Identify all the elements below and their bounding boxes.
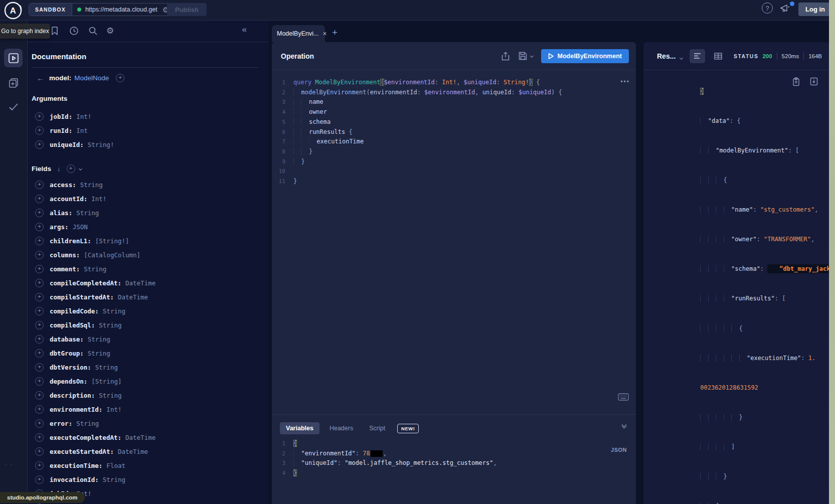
response-line[interactable]: "owner": "TRANSFORMER", <box>664 225 826 255</box>
field-type[interactable]: [String!] <box>95 237 129 245</box>
field-name[interactable]: error: <box>50 420 72 427</box>
add-field-icon[interactable]: + <box>35 461 44 470</box>
variables-editor-line[interactable]: 3 "uniqueId": "model.jaffle_shop_metrics… <box>272 458 636 468</box>
query-editor[interactable]: 1 query ModelByEnvironment($environmentI… <box>272 70 636 187</box>
publish-button[interactable]: Publish <box>167 3 207 16</box>
add-field-icon[interactable]: + <box>35 349 44 358</box>
field-name[interactable]: columns: <box>50 251 80 259</box>
help-icon[interactable]: ? <box>762 3 773 14</box>
response-line[interactable]: } <box>664 462 826 491</box>
field-type[interactable]: [String] <box>91 378 121 385</box>
field-type[interactable]: String <box>103 476 125 483</box>
response-line[interactable]: { <box>664 165 826 195</box>
add-all-fields-icon[interactable]: + <box>116 74 124 82</box>
field-type[interactable]: String <box>84 265 106 273</box>
editor-options-icon[interactable]: ••• <box>620 78 630 85</box>
download-response-icon[interactable] <box>810 77 818 86</box>
code-line[interactable]: { <box>290 439 297 449</box>
query-editor-line[interactable]: 11 } <box>272 177 636 187</box>
add-argument-icon[interactable]: + <box>35 112 44 121</box>
response-line[interactable]: "modelByEnvironment": [ <box>664 136 826 165</box>
field-type[interactable]: Int! <box>91 195 106 203</box>
response-view-raw-icon[interactable] <box>690 49 705 63</box>
code-line[interactable]: runResults { <box>290 127 353 137</box>
field-type[interactable]: String <box>103 307 125 315</box>
argument-name[interactable]: runId: <box>50 127 72 134</box>
field-type[interactable]: String <box>88 335 110 343</box>
field-name[interactable]: executeCompletedAt: <box>50 434 121 441</box>
fields-menu-chevron-icon[interactable] <box>78 167 82 171</box>
collections-nav-icon[interactable] <box>4 73 23 92</box>
add-field-icon[interactable]: + <box>35 251 44 259</box>
explorer-nav-icon[interactable] <box>4 49 23 67</box>
add-argument-icon[interactable]: + <box>35 140 44 149</box>
field-type[interactable]: Float <box>106 462 125 469</box>
query-editor-line[interactable]: 3 name <box>272 97 636 107</box>
add-field-icon[interactable]: + <box>35 447 44 456</box>
query-editor-line[interactable]: 2 modelByEnvironment(environmentId: $env… <box>272 88 636 98</box>
variables-editor-line[interactable]: 4 } <box>272 468 636 478</box>
field-name[interactable]: accountId: <box>50 195 87 203</box>
add-field-icon[interactable]: + <box>35 181 44 189</box>
argument-type[interactable]: String! <box>88 141 114 148</box>
field-type[interactable]: String <box>80 181 103 189</box>
field-type[interactable]: JSON <box>73 223 88 231</box>
collapse-variables-icon[interactable] <box>622 425 626 428</box>
field-name[interactable]: compileCompletedAt: <box>50 279 121 287</box>
field-name[interactable]: executionTime: <box>50 462 102 469</box>
code-line[interactable]: query ModelByEnvironment($environmentId:… <box>290 78 540 88</box>
variables-editor-line[interactable]: 1 { <box>272 439 636 449</box>
docs-settings-icon[interactable]: ⚙ <box>106 26 114 36</box>
argument-name[interactable]: jobId: <box>50 113 72 120</box>
query-editor-line[interactable]: 5 schema <box>272 117 636 127</box>
add-field-icon[interactable]: + <box>35 209 44 217</box>
field-type[interactable]: String <box>99 321 121 329</box>
endpoint-url-field[interactable]: https://metadata.cloud.get ⚙ <box>72 4 177 16</box>
query-editor-line[interactable]: 7 executionTime <box>272 137 636 147</box>
response-line[interactable]: ] <box>664 492 826 504</box>
tab-script[interactable]: Script <box>363 422 391 434</box>
new-tab-icon[interactable]: + <box>332 27 338 38</box>
response-line[interactable]: "executionTime": 1. <box>664 344 826 373</box>
argument-type[interactable]: Int! <box>76 113 91 120</box>
add-field-icon[interactable]: + <box>35 391 44 400</box>
announcements-icon[interactable] <box>780 4 791 14</box>
query-editor-line[interactable]: 9 } <box>272 157 636 167</box>
keyboard-shortcuts-icon[interactable] <box>618 393 629 401</box>
add-argument-icon[interactable]: + <box>35 126 44 135</box>
field-type[interactable]: String <box>99 392 121 399</box>
response-line[interactable]: ] <box>664 432 826 462</box>
code-line[interactable]: } <box>290 177 297 187</box>
code-line[interactable]: owner <box>290 107 327 117</box>
tab-variables[interactable]: Variables <box>280 422 319 434</box>
variables-editor-line[interactable]: 2 "environmentId": 78, <box>272 449 636 459</box>
argument-name[interactable]: uniqueId: <box>50 141 84 148</box>
field-name[interactable]: compileStartedAt: <box>50 293 114 301</box>
response-menu-chevron-icon[interactable] <box>680 52 683 61</box>
add-field-icon[interactable]: + <box>35 475 44 484</box>
response-title[interactable]: Res... <box>657 52 676 60</box>
bookmark-icon[interactable] <box>51 26 59 36</box>
field-name[interactable]: dbtGroup: <box>50 350 84 357</box>
add-fields-icon[interactable]: + <box>67 164 75 173</box>
code-line[interactable]: modelByEnvironment(environmentId: $envir… <box>290 88 562 98</box>
save-operation-icon[interactable] <box>519 52 527 60</box>
apollo-logo[interactable]: A <box>4 1 23 20</box>
response-json[interactable]: { "data": { "modelByEnvironment": [ { "n… <box>664 77 826 504</box>
add-field-icon[interactable]: + <box>35 377 44 386</box>
field-type[interactable]: Int! <box>106 406 121 413</box>
breadcrumb-type-link[interactable]: ModelNode <box>74 74 109 82</box>
query-editor-line[interactable]: 8 } <box>272 147 636 157</box>
field-type[interactable]: String <box>76 209 99 217</box>
field-type[interactable]: String <box>88 350 110 357</box>
field-name[interactable]: compiledSql: <box>50 321 95 329</box>
query-editor-line[interactable]: 10 <box>272 166 636 177</box>
query-editor-line[interactable]: 6 runResults { <box>272 127 636 137</box>
field-name[interactable]: dependsOn: <box>50 378 87 385</box>
back-arrow-icon[interactable]: ← <box>37 74 44 82</box>
response-line[interactable]: "schema": “dbt_mary_jackson”, <box>664 255 826 284</box>
save-menu-chevron-icon[interactable] <box>530 54 533 58</box>
add-field-icon[interactable]: + <box>35 433 44 442</box>
copy-response-icon[interactable] <box>792 77 800 86</box>
add-field-icon[interactable]: + <box>35 237 44 245</box>
